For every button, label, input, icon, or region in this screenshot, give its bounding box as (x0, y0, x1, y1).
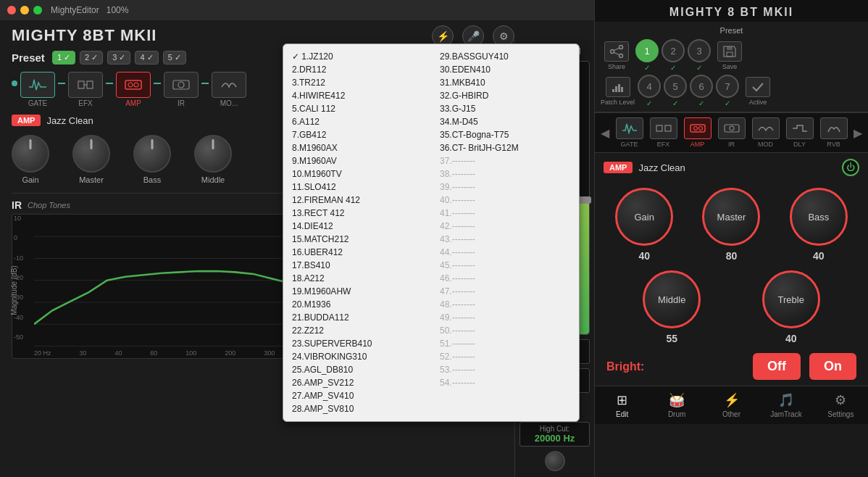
dropdown-item-35[interactable]: 35.CT-Bogna-T75 (431, 128, 579, 141)
dropdown-item-52[interactable]: 52.-------- (431, 350, 579, 363)
preset-btn-4[interactable]: 4 ✓ (135, 51, 158, 65)
preset-circle-3[interactable]: 3 (688, 39, 711, 62)
right-effect-amp[interactable]: AMP (680, 117, 714, 148)
dropdown-item-43[interactable]: 43.-------- (431, 233, 579, 246)
patch-level-action[interactable]: Patch Level (601, 77, 635, 106)
dropdown-item-5[interactable]: 5.CALI 112 (283, 102, 431, 115)
dropdown-item-20[interactable]: 20.M1936 (283, 298, 431, 311)
dropdown-item-12[interactable]: 12.FIREMAN 412 (283, 194, 431, 207)
dropdown-item-46[interactable]: 46.-------- (431, 272, 579, 285)
dropdown-item-53[interactable]: 53.-------- (431, 363, 579, 376)
right-knob-middle-control[interactable]: Middle (643, 270, 701, 328)
right-effect-rvb[interactable]: RVB (817, 117, 851, 148)
dropdown-item-25[interactable]: 25.AGL_DB810 (283, 363, 431, 376)
dropdown-item-49[interactable]: 49.-------- (431, 311, 579, 324)
dropdown-item-10[interactable]: 10.M1960TV (283, 167, 431, 181)
dropdown-item-38[interactable]: 38.-------- (431, 167, 579, 181)
dropdown-item-6[interactable]: 6.A112 (283, 115, 431, 128)
right-knob-gain-control[interactable]: Gain (615, 188, 673, 246)
nav-item-edit[interactable]: ⊞ Edit (595, 389, 649, 421)
preset-btn-1[interactable]: 1 ✓ (52, 51, 75, 65)
dropdown-item-47[interactable]: 47.-------- (431, 285, 579, 298)
preset-btn-5[interactable]: 5 ✓ (163, 51, 186, 65)
share-icon[interactable] (604, 41, 629, 62)
dropdown-item-16[interactable]: 16.UBER412 (283, 246, 431, 259)
nav-item-drum[interactable]: 🥁 Drum (649, 389, 704, 421)
dropdown-item-13[interactable]: 13.RECT 412 (283, 207, 431, 220)
dropdown-item-39[interactable]: 39.-------- (431, 181, 579, 194)
right-effect-dly[interactable]: DLY (783, 117, 817, 148)
dropdown-item-11[interactable]: 11.SLO412 (283, 181, 431, 194)
dropdown-item-40[interactable]: 40.-------- (431, 194, 579, 207)
bright-off-button[interactable]: Off (753, 353, 801, 380)
dropdown-item-45[interactable]: 45.-------- (431, 259, 579, 272)
dropdown-item-36[interactable]: 36.CT- BritJH-G12M (431, 141, 579, 154)
close-button[interactable] (7, 6, 16, 14)
preset-btn-2[interactable]: 2 ✓ (80, 51, 103, 65)
knob-bass-control[interactable] (133, 135, 171, 173)
share-action[interactable]: Share (601, 41, 633, 70)
minimize-button[interactable] (20, 6, 29, 14)
dropdown-item-3[interactable]: 3.TR212 (283, 76, 431, 89)
dropdown-item-34[interactable]: 34.M-D45 (431, 115, 579, 128)
right-knob-treble-control[interactable]: Treble (762, 270, 820, 328)
maximize-button[interactable] (33, 6, 42, 14)
dropdown-item-29[interactable]: 29.BASSGUY410 (431, 50, 579, 63)
dropdown-item-30[interactable]: 30.EDEN410 (431, 63, 579, 76)
dropdown-item-32[interactable]: 32.G-HBIRD (431, 89, 579, 102)
knob-gain-control[interactable] (12, 135, 49, 173)
dropdown-item-4[interactable]: 4.HIWIRE412 (283, 89, 431, 102)
power-button[interactable]: ⏻ (842, 159, 859, 176)
effects-prev-arrow[interactable]: ◀ (598, 126, 612, 140)
dropdown-item-7[interactable]: 7.GB412 (283, 128, 431, 141)
effect-amp[interactable]: AMP (116, 72, 151, 107)
dropdown-item-54[interactable]: 54.-------- (431, 376, 579, 389)
dropdown-item-2[interactable]: 2.DR112 (283, 63, 431, 76)
dropdown-item-8[interactable]: 8.M1960AX (283, 141, 431, 154)
right-effect-gate[interactable]: GATE (612, 117, 646, 148)
dropdown-item-28[interactable]: 28.AMP_SV810 (283, 402, 431, 415)
effect-gate[interactable]: GATE (20, 72, 55, 107)
fader-knob-2[interactable] (545, 451, 565, 471)
dropdown-item-23[interactable]: 23.SUPERVERB410 (283, 337, 431, 350)
dropdown-item-44[interactable]: 44.-------- (431, 246, 579, 259)
dropdown-item-31[interactable]: 31.MKB410 (431, 76, 579, 89)
right-effect-mod[interactable]: MOD (748, 117, 783, 148)
dropdown-item-17[interactable]: 17.BS410 (283, 259, 431, 272)
knob-middle-control[interactable] (194, 135, 232, 173)
dropdown-item-41[interactable]: 41.-------- (431, 207, 579, 220)
right-effect-efx[interactable]: EFX (646, 117, 680, 148)
right-knob-master-control[interactable]: Master (702, 188, 760, 246)
effect-mo[interactable]: MO... (212, 72, 246, 107)
knob-master-control[interactable] (72, 135, 110, 173)
preset-circle-2[interactable]: 2 (662, 39, 685, 62)
dropdown-item-14[interactable]: 14.DIE412 (283, 220, 431, 233)
dropdown-item-24[interactable]: 24.VIBROKING310 (283, 350, 431, 363)
dropdown-item-37[interactable]: 37.-------- (431, 154, 579, 167)
right-knob-bass-control[interactable]: Bass (790, 188, 848, 246)
dropdown-item-27[interactable]: 27.AMP_SV410 (283, 389, 431, 402)
dropdown-item-50[interactable]: 50.-------- (431, 324, 579, 337)
dropdown-item-33[interactable]: 33.G-J15 (431, 102, 579, 115)
dropdown-item-18[interactable]: 18.A212 (283, 272, 431, 285)
nav-item-settings[interactable]: ⚙ Settings (814, 389, 868, 421)
preset-circle-1[interactable]: 1 (635, 39, 659, 62)
patch-level-icon[interactable] (606, 77, 630, 97)
nav-item-jamtrack[interactable]: 🎵 JamTrack (759, 389, 813, 421)
effect-efx[interactable]: EFX (68, 72, 103, 107)
dropdown-item-15[interactable]: 15.MATCH212 (283, 233, 431, 246)
dropdown-item-22[interactable]: 22.Z212 (283, 324, 431, 337)
dropdown-item-19[interactable]: 19.M1960AHW (283, 285, 431, 298)
preset-circle-6[interactable]: 6 (690, 75, 713, 98)
dropdown-item-42[interactable]: 42.-------- (431, 220, 579, 233)
bright-on-button[interactable]: On (809, 353, 856, 380)
active-icon[interactable] (746, 77, 770, 97)
preset-circle-5[interactable]: 5 (664, 75, 687, 98)
dropdown-item-9[interactable]: 9.M1960AV (283, 154, 431, 167)
preset-circle-7[interactable]: 7 (716, 75, 739, 98)
save-icon[interactable] (717, 41, 742, 62)
dropdown-item-1[interactable]: 1.JZ120 (283, 50, 431, 63)
effect-ir[interactable]: IR (164, 72, 199, 107)
effects-next-arrow[interactable]: ▶ (851, 126, 865, 140)
dropdown-item-26[interactable]: 26.AMP_SV212 (283, 376, 431, 389)
